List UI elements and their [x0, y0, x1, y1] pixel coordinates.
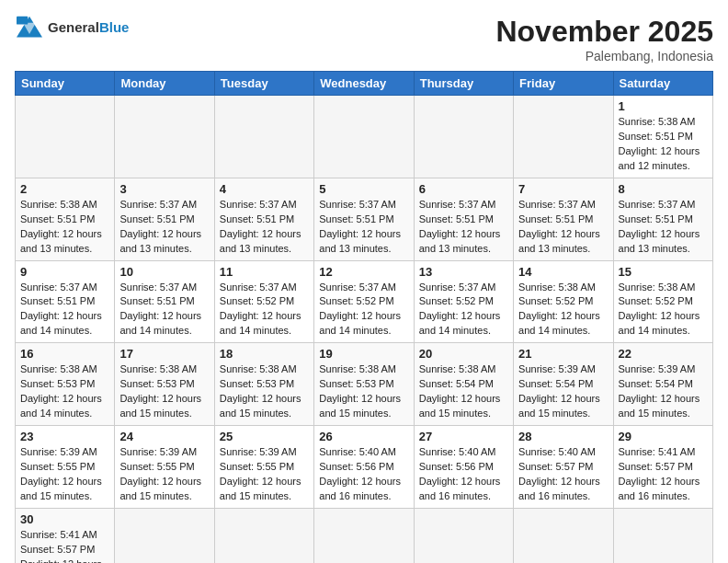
calendar-cell	[214, 96, 313, 178]
calendar-cell: 21Sunrise: 5:39 AM Sunset: 5:54 PM Dayli…	[514, 343, 613, 426]
day-number: 17	[119, 347, 209, 361]
calendar-cell	[613, 508, 712, 563]
day-info: Sunrise: 5:41 AM Sunset: 5:57 PM Dayligh…	[619, 445, 708, 504]
day-info: Sunrise: 5:39 AM Sunset: 5:55 PM Dayligh…	[20, 445, 109, 504]
calendar-cell: 16Sunrise: 5:38 AM Sunset: 5:53 PM Dayli…	[16, 343, 115, 426]
calendar-cell	[115, 96, 214, 178]
location: Palembang, Indonesia	[495, 49, 713, 63]
day-number: 7	[518, 182, 608, 196]
calendar-cell: 18Sunrise: 5:38 AM Sunset: 5:53 PM Dayli…	[214, 343, 313, 426]
calendar-cell: 17Sunrise: 5:38 AM Sunset: 5:53 PM Dayli…	[115, 343, 214, 426]
logo-text: GeneralBlue	[48, 20, 129, 36]
day-info: Sunrise: 5:38 AM Sunset: 5:51 PM Dayligh…	[619, 115, 708, 174]
day-number: 23	[20, 430, 109, 443]
calendar-cell: 8Sunrise: 5:37 AM Sunset: 5:51 PM Daylig…	[613, 178, 712, 260]
day-info: Sunrise: 5:37 AM Sunset: 5:51 PM Dayligh…	[220, 198, 309, 257]
day-number: 11	[220, 265, 309, 279]
day-info: Sunrise: 5:38 AM Sunset: 5:52 PM Dayligh…	[518, 281, 608, 339]
day-number: 18	[220, 347, 309, 361]
header-sunday: Sunday	[16, 72, 115, 96]
calendar-cell: 12Sunrise: 5:37 AM Sunset: 5:52 PM Dayli…	[314, 260, 414, 343]
logo-icon	[15, 15, 44, 40]
day-number: 26	[319, 430, 408, 443]
day-info: Sunrise: 5:37 AM Sunset: 5:51 PM Dayligh…	[119, 281, 209, 339]
calendar-cell: 27Sunrise: 5:40 AM Sunset: 5:56 PM Dayli…	[414, 426, 513, 509]
day-info: Sunrise: 5:37 AM Sunset: 5:51 PM Dayligh…	[419, 198, 508, 257]
day-info: Sunrise: 5:39 AM Sunset: 5:55 PM Dayligh…	[119, 445, 209, 504]
calendar-cell	[214, 508, 313, 563]
calendar-week-row: 9Sunrise: 5:37 AM Sunset: 5:51 PM Daylig…	[16, 260, 713, 343]
calendar-cell: 1Sunrise: 5:38 AM Sunset: 5:51 PM Daylig…	[613, 96, 712, 178]
day-info: Sunrise: 5:38 AM Sunset: 5:53 PM Dayligh…	[319, 362, 408, 421]
calendar-cell: 29Sunrise: 5:41 AM Sunset: 5:57 PM Dayli…	[613, 426, 712, 509]
logo-blue: Blue	[99, 19, 130, 35]
header-monday: Monday	[115, 72, 214, 96]
day-info: Sunrise: 5:37 AM Sunset: 5:51 PM Dayligh…	[20, 281, 109, 339]
day-number: 14	[518, 265, 608, 279]
header-friday: Friday	[514, 72, 613, 96]
day-info: Sunrise: 5:39 AM Sunset: 5:55 PM Dayligh…	[220, 445, 309, 504]
day-number: 19	[319, 347, 408, 361]
day-number: 3	[119, 182, 209, 196]
month-title: November 2025	[495, 15, 713, 49]
day-info: Sunrise: 5:40 AM Sunset: 5:56 PM Dayligh…	[319, 445, 408, 504]
day-info: Sunrise: 5:38 AM Sunset: 5:52 PM Dayligh…	[619, 281, 708, 339]
title-block: November 2025 Palembang, Indonesia	[495, 15, 713, 63]
calendar-week-row: 2Sunrise: 5:38 AM Sunset: 5:51 PM Daylig…	[16, 178, 713, 260]
day-number: 10	[119, 265, 209, 279]
calendar-cell: 4Sunrise: 5:37 AM Sunset: 5:51 PM Daylig…	[214, 178, 313, 260]
calendar-week-row: 1Sunrise: 5:38 AM Sunset: 5:51 PM Daylig…	[16, 96, 713, 178]
calendar-cell: 11Sunrise: 5:37 AM Sunset: 5:52 PM Dayli…	[214, 260, 313, 343]
day-number: 21	[518, 347, 608, 361]
day-info: Sunrise: 5:40 AM Sunset: 5:56 PM Dayligh…	[419, 445, 508, 504]
calendar-cell: 7Sunrise: 5:37 AM Sunset: 5:51 PM Daylig…	[514, 178, 613, 260]
calendar-cell	[314, 96, 414, 178]
calendar-cell: 26Sunrise: 5:40 AM Sunset: 5:56 PM Dayli…	[314, 426, 414, 509]
calendar-cell: 5Sunrise: 5:37 AM Sunset: 5:51 PM Daylig…	[314, 178, 414, 260]
day-info: Sunrise: 5:37 AM Sunset: 5:51 PM Dayligh…	[619, 198, 708, 257]
calendar-header-row: SundayMondayTuesdayWednesdayThursdayFrid…	[16, 72, 713, 96]
day-info: Sunrise: 5:38 AM Sunset: 5:53 PM Dayligh…	[119, 362, 209, 421]
day-info: Sunrise: 5:41 AM Sunset: 5:57 PM Dayligh…	[20, 528, 109, 563]
day-info: Sunrise: 5:39 AM Sunset: 5:54 PM Dayligh…	[518, 362, 608, 421]
day-number: 12	[319, 265, 408, 279]
calendar-cell: 19Sunrise: 5:38 AM Sunset: 5:53 PM Dayli…	[314, 343, 414, 426]
day-info: Sunrise: 5:38 AM Sunset: 5:51 PM Dayligh…	[20, 198, 109, 257]
calendar-cell: 22Sunrise: 5:39 AM Sunset: 5:54 PM Dayli…	[613, 343, 712, 426]
calendar-cell	[314, 508, 414, 563]
day-number: 5	[319, 182, 408, 196]
day-number: 13	[419, 265, 508, 279]
day-number: 16	[20, 347, 109, 361]
calendar-cell	[414, 508, 513, 563]
day-number: 27	[419, 430, 508, 443]
day-number: 20	[419, 347, 508, 361]
calendar-cell: 3Sunrise: 5:37 AM Sunset: 5:51 PM Daylig…	[115, 178, 214, 260]
day-number: 9	[20, 265, 109, 279]
calendar-cell: 24Sunrise: 5:39 AM Sunset: 5:55 PM Dayli…	[115, 426, 214, 509]
day-info: Sunrise: 5:38 AM Sunset: 5:53 PM Dayligh…	[220, 362, 309, 421]
page-header: GeneralBlue November 2025 Palembang, Ind…	[15, 15, 713, 63]
calendar: SundayMondayTuesdayWednesdayThursdayFrid…	[15, 71, 713, 563]
day-number: 24	[119, 430, 209, 443]
calendar-cell: 10Sunrise: 5:37 AM Sunset: 5:51 PM Dayli…	[115, 260, 214, 343]
calendar-cell: 13Sunrise: 5:37 AM Sunset: 5:52 PM Dayli…	[414, 260, 513, 343]
calendar-cell	[16, 96, 115, 178]
day-info: Sunrise: 5:37 AM Sunset: 5:52 PM Dayligh…	[319, 281, 408, 339]
calendar-cell: 28Sunrise: 5:40 AM Sunset: 5:57 PM Dayli…	[514, 426, 613, 509]
day-number: 30	[20, 512, 109, 526]
day-number: 1	[619, 99, 708, 113]
day-number: 22	[619, 347, 708, 361]
header-wednesday: Wednesday	[314, 72, 414, 96]
day-info: Sunrise: 5:37 AM Sunset: 5:51 PM Dayligh…	[319, 198, 408, 257]
day-number: 29	[619, 430, 708, 443]
calendar-week-row: 16Sunrise: 5:38 AM Sunset: 5:53 PM Dayli…	[16, 343, 713, 426]
calendar-cell: 30Sunrise: 5:41 AM Sunset: 5:57 PM Dayli…	[16, 508, 115, 563]
day-number: 4	[220, 182, 309, 196]
calendar-cell	[514, 96, 613, 178]
calendar-cell	[115, 508, 214, 563]
calendar-cell	[414, 96, 513, 178]
calendar-cell: 23Sunrise: 5:39 AM Sunset: 5:55 PM Dayli…	[16, 426, 115, 509]
calendar-cell	[514, 508, 613, 563]
calendar-cell: 6Sunrise: 5:37 AM Sunset: 5:51 PM Daylig…	[414, 178, 513, 260]
day-info: Sunrise: 5:37 AM Sunset: 5:51 PM Dayligh…	[518, 198, 608, 257]
